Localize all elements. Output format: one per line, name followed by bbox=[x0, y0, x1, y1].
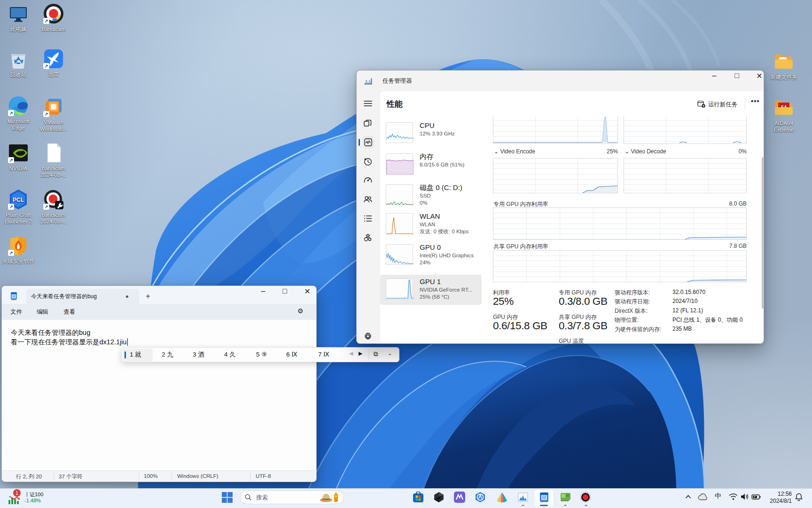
svg-text:PCL: PCL bbox=[13, 197, 24, 203]
